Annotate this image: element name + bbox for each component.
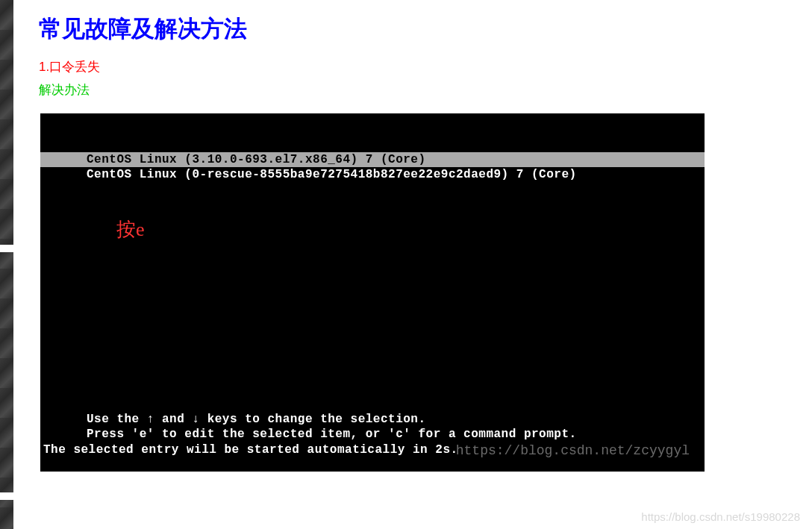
border-break <box>0 492 13 500</box>
terminal-screenshot-wrapper: CentOS Linux (3.10.0-693.el7.x86_64) 7 (… <box>40 113 790 472</box>
border-break <box>0 245 13 252</box>
terminal-screenshot: CentOS Linux (3.10.0-693.el7.x86_64) 7 (… <box>40 113 705 472</box>
watermark-outer: https://blog.csdn.net/s19980228 <box>641 510 800 523</box>
article-heading: 常见故障及解决方法 <box>39 13 790 45</box>
problem-title: 1.口令丢失 <box>39 58 790 75</box>
article-content: 常见故障及解决方法 1.口令丢失 解决办法 CentOS Linux (3.10… <box>0 0 812 472</box>
press-e-annotation: 按e <box>116 216 145 242</box>
grub-menu-entry-selected: CentOS Linux (3.10.0-693.el7.x86_64) 7 (… <box>40 152 705 167</box>
help-line: Use the ↑ and ↓ keys to change the selec… <box>40 412 705 428</box>
watermark-inner: https://blog.csdn.net/zcyygyl <box>456 443 690 458</box>
left-decorative-border <box>0 0 13 529</box>
grub-menu-entry: CentOS Linux (0-rescue-8555ba9e7275418b8… <box>40 167 705 182</box>
solution-label: 解决办法 <box>39 81 790 98</box>
help-line: Press 'e' to edit the selected item, or … <box>40 427 705 442</box>
